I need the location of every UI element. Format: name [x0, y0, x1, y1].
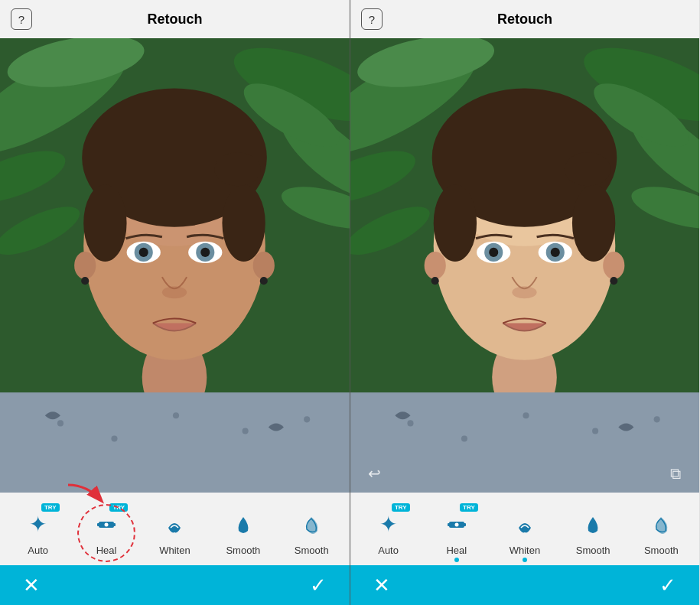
right-title: Retouch	[497, 11, 552, 28]
right-whiten-label: Whiten	[510, 545, 540, 556]
left-auto-label: Auto	[28, 545, 48, 556]
left-auto-try-badge: Try	[41, 503, 60, 512]
right-copy-button[interactable]: ⧉	[664, 462, 687, 485]
left-tool-heal[interactable]: Try Heal	[76, 503, 137, 556]
left-smooth1-icon-wrap	[225, 506, 262, 543]
svg-point-23	[74, 252, 96, 279]
right-confirm-button[interactable]: ✓	[659, 574, 676, 597]
right-heal-icon	[443, 511, 470, 538]
left-panel: ? Retouch	[0, 0, 350, 605]
right-help-button[interactable]: ?	[361, 8, 383, 30]
left-photo-area	[0, 38, 350, 493]
right-tool-whiten[interactable]: Whiten	[494, 503, 555, 556]
right-tool-smooth2[interactable]: Smooth	[630, 503, 692, 556]
svg-point-26	[260, 277, 268, 285]
left-whiten-icon	[161, 511, 188, 538]
right-panel: ? Retouch	[350, 0, 699, 605]
svg-point-68	[523, 412, 529, 418]
left-toolbar: ✦ Try Auto Try Heal	[0, 493, 350, 565]
svg-rect-35	[111, 523, 116, 526]
svg-point-74	[454, 522, 458, 526]
svg-point-67	[461, 435, 467, 441]
left-smooth1-icon	[230, 511, 257, 538]
left-header: ? Retouch	[0, 0, 350, 38]
svg-point-36	[105, 522, 109, 526]
svg-rect-73	[461, 523, 466, 526]
svg-point-28	[57, 420, 63, 426]
svg-point-64	[610, 277, 617, 285]
right-whiten-icon	[511, 511, 539, 538]
left-heal-icon	[93, 511, 120, 538]
right-smooth2-label: Smooth	[644, 545, 679, 556]
left-tool-smooth2[interactable]: Smooth	[281, 503, 342, 556]
right-auto-try-badge: Try	[392, 503, 410, 512]
left-heal-label: Heal	[96, 545, 117, 556]
svg-point-20	[139, 248, 148, 257]
svg-point-32	[304, 416, 310, 422]
left-heal-try-badge: Try	[109, 503, 128, 512]
right-heal-label: Heal	[446, 545, 467, 556]
left-auto-icon: ✦	[29, 512, 47, 537]
right-heal-active-dot	[454, 558, 459, 562]
svg-point-15	[214, 152, 260, 186]
left-smooth2-label: Smooth	[295, 545, 329, 556]
svg-point-62	[603, 252, 624, 279]
right-tool-auto[interactable]: ✦ Try Auto	[358, 503, 419, 556]
svg-point-24	[253, 252, 275, 279]
svg-point-21	[200, 248, 210, 257]
right-undo-button[interactable]: ↩	[363, 462, 386, 485]
right-toolbar: ✦ Try Auto Try Heal	[350, 493, 699, 565]
svg-point-66	[407, 420, 413, 426]
left-bottom-bar: ✕ ✓	[0, 565, 350, 605]
left-photo-content	[0, 38, 350, 493]
right-photo-controls: ↩ ⧉	[363, 462, 687, 485]
right-whiten-active-dot	[523, 558, 527, 562]
right-photo-svg	[350, 38, 699, 493]
left-whiten-icon-wrap	[156, 506, 193, 543]
svg-point-52	[572, 184, 615, 262]
right-smooth2-icon	[647, 511, 675, 538]
left-confirm-button[interactable]: ✓	[310, 574, 327, 597]
left-help-button[interactable]: ?	[11, 8, 32, 30]
right-whiten-icon-wrap	[506, 506, 543, 543]
svg-point-70	[654, 416, 660, 422]
svg-point-53	[565, 152, 610, 186]
right-photo-content	[350, 38, 699, 493]
left-smooth1-label: Smooth	[226, 545, 260, 556]
right-bottom-bar: ✕ ✓	[350, 565, 699, 605]
left-tool-smooth1[interactable]: Smooth	[213, 503, 274, 556]
right-smooth1-icon-wrap	[575, 506, 611, 543]
right-smooth1-label: Smooth	[576, 545, 610, 556]
svg-point-51	[434, 184, 477, 262]
left-tool-whiten[interactable]: Whiten	[144, 503, 205, 556]
svg-rect-34	[97, 523, 102, 526]
svg-point-29	[111, 435, 117, 441]
right-tool-smooth1[interactable]: Smooth	[562, 503, 623, 556]
right-tool-heal[interactable]: Try Heal	[426, 503, 487, 556]
svg-point-31	[243, 428, 249, 434]
left-smooth2-icon-wrap	[293, 506, 330, 543]
svg-point-13	[83, 184, 126, 262]
svg-point-63	[431, 277, 439, 285]
svg-rect-27	[0, 392, 350, 493]
left-whiten-label: Whiten	[159, 545, 190, 556]
left-title: Retouch	[148, 11, 203, 28]
svg-rect-72	[448, 523, 452, 526]
left-tool-auto[interactable]: ✦ Try Auto	[8, 503, 69, 556]
left-smooth2-icon	[298, 511, 325, 538]
svg-point-61	[425, 252, 446, 279]
svg-point-59	[551, 248, 560, 257]
right-smooth1-icon	[579, 511, 607, 538]
svg-point-14	[222, 184, 265, 262]
left-cancel-button[interactable]: ✕	[23, 574, 40, 597]
right-header: ? Retouch	[350, 0, 699, 38]
left-heal-icon-wrap: Try	[88, 506, 125, 543]
right-heal-icon-wrap: Try	[438, 506, 475, 543]
right-auto-icon-wrap: ✦ Try	[370, 506, 407, 543]
svg-point-58	[489, 248, 498, 257]
svg-point-25	[81, 277, 89, 285]
right-photo-area: ↩ ⧉	[350, 38, 699, 493]
right-cancel-button[interactable]: ✕	[373, 574, 390, 597]
right-heal-try-badge: Try	[460, 503, 478, 512]
svg-point-69	[592, 428, 598, 434]
